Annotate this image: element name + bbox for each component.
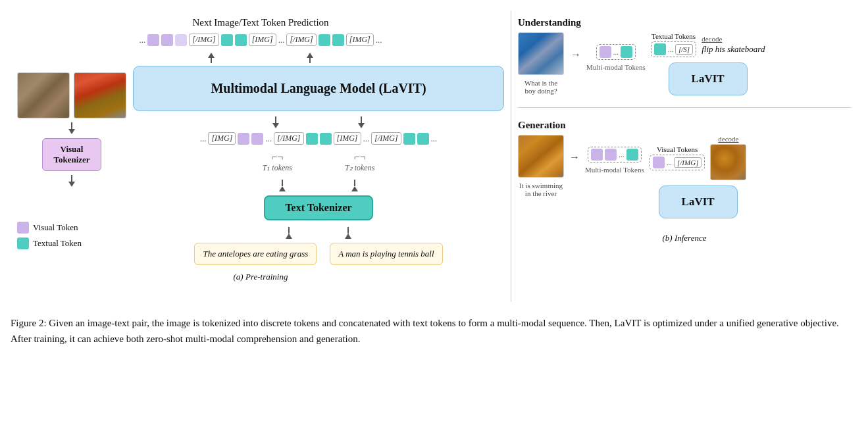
generation-block: Generation It is swimmingin the river → <box>518 120 851 218</box>
legend-visual-item: Visual Token <box>17 222 82 234</box>
arrow-up-right <box>307 53 313 63</box>
u-vis-tok-1 <box>600 46 611 58</box>
understanding-title: Understanding <box>518 17 851 28</box>
g-vis-tok-1 <box>591 149 603 161</box>
ellipsis-3: ... <box>376 35 382 45</box>
generation-tokens: ... Multi-modal Tokens <box>585 147 644 174</box>
text-inputs-row: The antelopes are eating grass A man is … <box>133 243 504 265</box>
generation-arrow: → <box>569 151 580 163</box>
understanding-result-text: flip his skateboard <box>702 44 765 55</box>
skate-image <box>518 32 564 75</box>
understanding-decode-label: decode <box>702 35 722 43</box>
t2-group: ⌐¬ T₂ tokens <box>345 151 374 173</box>
generation-decode-label: decode <box>718 135 738 143</box>
generation-lavit-label: LaVIT <box>682 195 715 208</box>
img-end-tok-1: [/IMG] <box>189 34 218 46</box>
img-start-tok-2: [IMG] <box>346 34 374 46</box>
down-arrow-1 <box>272 116 279 128</box>
arrow-up-left <box>208 53 215 63</box>
text-input-1: The antelopes are eating grass <box>194 243 317 265</box>
generation-multimodal-label: Multi-modal Tokens <box>585 166 644 174</box>
figure-caption: Figure 2: Given an image-text pair, the … <box>11 309 857 353</box>
antelope-image <box>17 72 70 118</box>
understanding-tokens: ... Multi-modal Tokens <box>586 44 646 71</box>
understanding-token-box: ... <box>596 44 636 60</box>
understanding-arrow: → <box>569 49 581 61</box>
generation-special-token: [/IMG] <box>674 157 702 168</box>
visual-tokenizer-label: VisualTokenizer <box>53 144 89 164</box>
legend-textual-label: Textual Token <box>33 238 82 249</box>
visual-tokenizer-box: VisualTokenizer <box>42 138 101 171</box>
text-tokenizer-wrapper: Text Tokenizer <box>133 195 504 220</box>
second-token-row: ... [IMG] ... [/IMG] [IMG] ... [/IMG] <box>133 132 504 145</box>
main-container: Next Image/Text Token Prediction ... [/I… <box>11 11 857 353</box>
legend: Visual Token Textual Token <box>17 222 82 249</box>
g-text-tok-1 <box>626 149 638 161</box>
understanding-lavit-col: Textual Tokens ... [/S] decode <box>651 32 765 95</box>
top-token-row: ... [/IMG] [IMG] ... [/IMG] [IMG] ... <box>17 34 504 46</box>
ellipsis-1: ... <box>140 35 146 45</box>
u-text-tok-1 <box>621 46 632 58</box>
t1-group: ⌐¬ T₁ tokens <box>263 151 292 173</box>
generation-output: Visual Tokens ... [/IMG] decode <box>650 135 747 180</box>
understanding-question: What is theboy doing? <box>524 79 557 95</box>
second-token-area: ... [IMG] ... [/IMG] [IMG] ... [/IMG] <box>133 132 504 173</box>
cat-image <box>518 135 564 178</box>
understanding-image-col: What is theboy doing? <box>518 32 564 95</box>
understanding-textual-tokens-label: Textual Tokens <box>651 32 696 40</box>
generation-image-col: It is swimmingin the river <box>518 135 564 197</box>
text-input-2: A man is playing tennis ball <box>330 243 442 265</box>
understanding-block: Understanding What is theboy doing? → <box>518 17 851 95</box>
legend-visual-icon <box>17 222 29 234</box>
arrow-from-tokenizer <box>68 175 75 187</box>
diagrams-row: Next Image/Text Token Prediction ... [/I… <box>11 11 857 302</box>
right-sub-caption: (b) Inference <box>518 233 851 243</box>
up-arrow-1 <box>279 180 286 191</box>
img-start-tok-1: [IMG] <box>249 34 276 46</box>
mlm-box: Multimodal Language Model (LaVIT) <box>133 66 504 111</box>
legend-textual-icon <box>17 237 29 249</box>
text-tokenizer-box: Text Tokenizer <box>264 195 372 220</box>
understanding-lavit-label: LaVIT <box>692 72 725 85</box>
legend-textual-item: Textual Token <box>17 237 82 249</box>
generation-lavit-col: Visual Tokens ... [/IMG] decode <box>650 135 747 218</box>
understanding-output: Textual Tokens ... [/S] decode <box>651 32 765 57</box>
middle-section: VisualTokenizer Multimodal Language Mode… <box>17 66 504 265</box>
generation-title: Generation <box>518 120 851 131</box>
understanding-special-token: [/S] <box>675 44 693 55</box>
up-arrow-3 <box>286 227 292 239</box>
tennis-image <box>74 72 126 118</box>
down-arrow-2 <box>358 116 365 128</box>
understanding-output-tokens: ... [/S] <box>651 41 696 57</box>
diagram-title: Next Image/Text Token Prediction <box>17 17 504 28</box>
vis-tok-3 <box>175 34 187 46</box>
right-panel: Understanding What is theboy doing? → <box>511 11 857 302</box>
generation-caption-text: It is swimmingin the river <box>519 182 563 197</box>
generation-token-box: ... <box>588 147 641 162</box>
img-end-tok-2: [/IMG] <box>286 34 316 46</box>
inference-section: Understanding What is theboy doing? → <box>518 17 851 243</box>
ellipsis-2: ... <box>278 35 285 45</box>
generation-row: It is swimmingin the river → ... <box>518 135 851 218</box>
g-vis-tok-2 <box>605 149 617 161</box>
text-tok-4 <box>332 34 344 46</box>
understanding-multimodal-label: Multi-modal Tokens <box>586 63 646 71</box>
generation-visual-tokens-label: Visual Tokens <box>657 145 698 153</box>
text-tok-3 <box>319 34 330 46</box>
input-images <box>17 72 126 118</box>
up-arrow-4 <box>345 227 351 239</box>
generation-result-image <box>710 144 746 180</box>
generation-lavit-box: LaVIT <box>659 186 738 218</box>
legend-visual-label: Visual Token <box>33 222 78 233</box>
generation-output-tokens: ... [/IMG] <box>650 155 705 170</box>
vis-tok-1 <box>147 34 159 46</box>
text-tokenizer-label: Text Tokenizer <box>285 202 351 213</box>
text-tok-1 <box>221 34 233 46</box>
up-arrow-2 <box>351 180 358 191</box>
understanding-row: What is theboy doing? → ... <box>518 32 851 95</box>
token-section: Multimodal Language Model (LaVIT) <box>133 66 504 265</box>
mlm-label: Multimodal Language Model (LaVIT) <box>211 81 426 95</box>
text-tok-2 <box>235 34 247 46</box>
vis-tok-2 <box>161 34 173 46</box>
understanding-lavit-box: LaVIT <box>669 62 748 95</box>
